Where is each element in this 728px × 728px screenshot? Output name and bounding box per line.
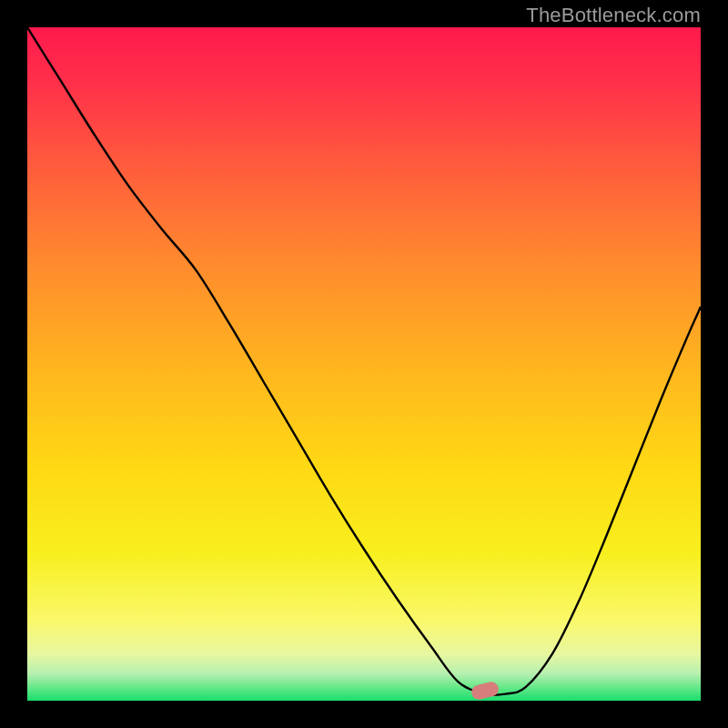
curve-svg <box>27 27 701 701</box>
plot-area <box>27 27 701 701</box>
chart-frame: TheBottleneck.com <box>0 0 728 728</box>
bottleneck-curve <box>27 27 701 695</box>
watermark-text: TheBottleneck.com <box>526 4 701 27</box>
